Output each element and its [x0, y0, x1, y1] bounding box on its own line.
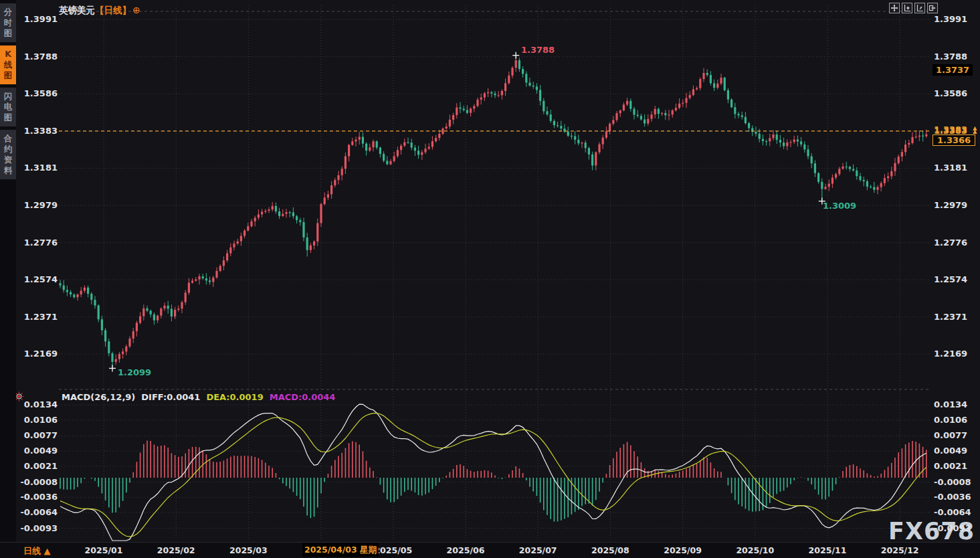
axis-tick-label: 1.3788: [934, 52, 977, 62]
sidebar-tab-char: K: [0, 49, 16, 60]
month-label: 2025/01: [85, 545, 123, 555]
price-macd-chart-canvas[interactable]: [0, 0, 980, 558]
annotation-period-high: 1.3788: [521, 45, 555, 55]
axis-tick-label: 0.0049: [20, 446, 58, 456]
axis-tick-label: 0.0021: [934, 461, 977, 471]
annotation-january-low: 1.2099: [118, 367, 151, 377]
axis-tick-label: 1.3383: [20, 126, 58, 136]
month-label: 2025/02: [157, 545, 195, 555]
axis-tick-label: 1.2574: [934, 274, 977, 284]
month-label: 2025/03: [229, 545, 268, 555]
axis-tick-label: 1.2169: [934, 349, 977, 359]
sidebar-tab-char: 闪: [0, 91, 16, 102]
axis-tick-label: 0.0106: [934, 415, 977, 425]
axis-tick-label: -0.0036: [20, 492, 58, 502]
axis-tick-label: 1.2979: [934, 200, 977, 210]
sidebar-tab-char: 图: [0, 70, 16, 81]
timeframe-selector[interactable]: 日线 ▲: [23, 545, 51, 557]
axis-tick-label: 1.2574: [20, 274, 58, 284]
axis-tick-label: -0.0036: [934, 492, 977, 502]
alert-level-price-tag: 1.3383 ▲▲: [934, 124, 977, 134]
axis-tick-label: 1.3181: [934, 163, 977, 173]
axis-tick-label: 1.2776: [20, 238, 58, 248]
crosshair-pan-icon[interactable]: [889, 3, 900, 13]
macd-readout-segment: MACD:0.0044: [270, 392, 336, 402]
macd-readout-segment: MACD(26,12,9): [62, 392, 135, 402]
last-price-tag: 1.3366: [933, 134, 975, 146]
axis-tick-label: -0.0064: [20, 507, 58, 517]
axis-tick-label: 1.2776: [934, 238, 977, 248]
crosshair-date-readout: 2025/04/03 星期四: [302, 543, 379, 557]
month-label: 2025/05: [374, 545, 412, 555]
sidebar-tab-char: 图: [0, 112, 16, 123]
sidebar-tab-char: 时: [0, 17, 16, 28]
extreme-markers-layer: [109, 52, 825, 372]
chart-application: 分时图K线图闪电图合约资料 英镑美元【日线】⊕ 1.39911.37881.: [0, 0, 980, 558]
axis-tick-label: 0.0021: [20, 461, 58, 471]
axis-tick-label: 1.3788: [20, 52, 58, 62]
session-high-price-tag: 1.3737: [933, 64, 973, 76]
time-axis-bar: 日线 ▲ 2025/012025/022025/032025/042025/05…: [0, 542, 980, 558]
axis-tick-label: 0.0049: [934, 446, 977, 456]
macd-indicator-readout: MACD(26,12,9)DIFF:0.0041DEA:0.0019MACD:0…: [62, 392, 335, 402]
grid-layer: [59, 5, 931, 541]
axis-tick-label: 0.0134: [934, 399, 977, 409]
month-label: 2025/09: [664, 545, 702, 555]
sidebar-tab-char: 约: [0, 144, 16, 155]
axis-tick-label: 1.3991: [934, 14, 977, 24]
axis-tick-label: -0.0008: [20, 477, 58, 487]
sidebar-tab-0[interactable]: 分时图: [0, 3, 16, 42]
sidebar-tab-2[interactable]: 闪电图: [0, 88, 16, 126]
sidebar-tab-char: 线: [0, 60, 16, 70]
macd-readout-segment: DEA:0.0019: [206, 392, 263, 402]
chart-title: 英镑美元【日线】⊕: [59, 5, 140, 17]
circle-plus-settings-icon[interactable]: ⊕: [132, 5, 140, 15]
axis-tick-label: -0.0008: [934, 477, 977, 487]
sidebar-tab-1-selected[interactable]: K线图: [0, 45, 16, 84]
sidebar-tab-3[interactable]: 合约资料: [0, 130, 16, 179]
axis-tick-label: -0.0064: [934, 507, 977, 517]
axis-tick-label: 1.3586: [20, 88, 58, 98]
sidebar-chart-type-tabs: 分时图K线图闪电图合约资料: [0, 0, 16, 558]
month-label: 2025/10: [736, 545, 774, 555]
month-label: 2025/06: [447, 545, 485, 555]
macd-readout-segment: DIFF:0.0041: [141, 392, 200, 402]
axis-tick-label: -0.0093: [934, 523, 977, 533]
axis-tick-label: 1.2979: [20, 200, 58, 210]
shift-right-icon[interactable]: [927, 3, 938, 13]
sidebar-tab-char: 图: [0, 28, 16, 39]
macd-layer[interactable]: [60, 404, 926, 541]
axis-tick-label: 1.2169: [20, 349, 58, 359]
alert-level-value: 1.3383: [934, 124, 967, 134]
sidebar-tab-char: 料: [0, 165, 16, 176]
timeframe-bracket: 【日线】: [95, 5, 131, 15]
timeframe-label: 日线: [23, 546, 41, 556]
month-label: 2025/08: [591, 545, 629, 555]
month-label: 2025/11: [809, 545, 847, 555]
candlestick-layer[interactable]: [59, 57, 927, 367]
axis-tick-label: 1.2371: [934, 312, 977, 322]
sidebar-tab-char: 合: [0, 133, 16, 144]
symbol-name: 英镑美元: [59, 5, 95, 15]
axis-tick-label: 1.3586: [934, 88, 977, 98]
sidebar-tab-char: 电: [0, 102, 16, 112]
sidebar-tab-char: 分: [0, 7, 16, 17]
month-label: 2025/12: [881, 545, 919, 555]
annotation-november-low: 1.3009: [823, 201, 856, 211]
month-label: 2025/07: [519, 545, 557, 555]
timeframe-arrow-icon: ▲: [44, 546, 51, 556]
axis-tick-label: 0.0134: [20, 399, 58, 409]
axis-tick-label: -0.0093: [20, 523, 58, 533]
axis-tick-label: 0.0077: [934, 430, 977, 440]
axis-tick-label: 1.3181: [20, 163, 58, 173]
double-up-arrow-icon: ▲▲: [973, 126, 977, 133]
chart-toolbar: [889, 3, 938, 13]
axis-tick-label: 1.3991: [20, 14, 58, 24]
y-axis-scale-icon[interactable]: [914, 3, 925, 13]
axis-tick-label: 0.0106: [20, 415, 58, 425]
axis-tick-label: 1.2371: [20, 312, 58, 322]
axis-tick-label: 0.0077: [20, 430, 58, 440]
x-axis-scale-icon[interactable]: [902, 3, 912, 13]
sidebar-tab-char: 资: [0, 155, 16, 165]
